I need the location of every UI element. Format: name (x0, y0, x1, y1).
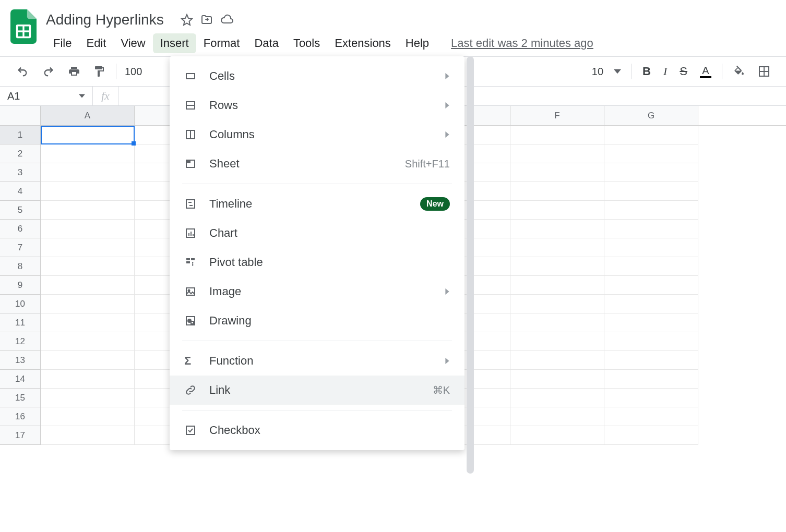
cell[interactable] (510, 276, 604, 295)
text-color-button[interactable]: A (697, 62, 714, 81)
row-header[interactable]: 17 (0, 426, 41, 445)
cell[interactable] (41, 126, 135, 144)
menu-item-pivot-table[interactable]: Pivot table (170, 248, 465, 277)
font-size-dropdown-icon[interactable] (611, 65, 624, 78)
name-box[interactable]: A1 (0, 87, 93, 105)
cell[interactable] (41, 163, 135, 182)
row-header[interactable]: 1 (0, 126, 41, 144)
row-header[interactable]: 4 (0, 182, 41, 201)
cell[interactable] (604, 220, 698, 238)
font-size-value[interactable]: 10 (592, 66, 603, 78)
row-header[interactable]: 2 (0, 144, 41, 163)
cell[interactable] (604, 144, 698, 163)
menu-file[interactable]: File (46, 33, 79, 53)
cell[interactable] (510, 313, 604, 332)
menu-item-link[interactable]: Link ⌘K (170, 376, 465, 405)
menu-help[interactable]: Help (398, 33, 436, 53)
col-header[interactable]: F (510, 106, 604, 125)
menu-item-chart[interactable]: Chart (170, 219, 465, 248)
bold-button[interactable]: B (639, 62, 654, 81)
menu-format[interactable]: Format (196, 33, 247, 53)
menu-extensions[interactable]: Extensions (327, 33, 398, 53)
cell[interactable] (41, 238, 135, 257)
row-header[interactable]: 6 (0, 220, 41, 238)
menu-view[interactable]: View (113, 33, 152, 53)
row-header[interactable]: 8 (0, 257, 41, 276)
cell[interactable] (41, 295, 135, 313)
row-header[interactable]: 13 (0, 351, 41, 370)
cell[interactable] (510, 295, 604, 313)
row-header[interactable]: 10 (0, 295, 41, 313)
last-edit-link[interactable]: Last edit was 2 minutes ago (451, 37, 593, 50)
italic-button[interactable]: I (660, 62, 670, 81)
cell[interactable] (604, 313, 698, 332)
fill-color-button[interactable] (730, 62, 748, 81)
menu-edit[interactable]: Edit (79, 33, 113, 53)
dropdown-scrollbar[interactable] (467, 56, 474, 474)
cell[interactable] (510, 238, 604, 257)
cell[interactable] (41, 276, 135, 295)
strikethrough-button[interactable]: S (676, 62, 690, 81)
menu-item-checkbox[interactable]: Checkbox (170, 416, 465, 445)
select-all-corner[interactable] (0, 106, 41, 125)
row-header[interactable]: 12 (0, 332, 41, 351)
undo-button[interactable] (13, 63, 32, 80)
cell[interactable] (510, 407, 604, 426)
zoom-value[interactable]: 100 (125, 66, 142, 78)
paint-format-button[interactable] (90, 62, 109, 81)
row-header[interactable]: 5 (0, 201, 41, 220)
menu-item-columns[interactable]: Columns (170, 120, 465, 149)
cell[interactable] (41, 257, 135, 276)
cell[interactable] (41, 407, 135, 426)
cell[interactable] (510, 389, 604, 407)
cell[interactable] (604, 426, 698, 445)
name-box-dropdown-icon[interactable] (79, 93, 85, 99)
row-header[interactable]: 16 (0, 407, 41, 426)
col-header[interactable]: A (41, 106, 135, 125)
cell[interactable] (41, 220, 135, 238)
menu-item-image[interactable]: Image (170, 277, 465, 306)
cell[interactable] (510, 182, 604, 201)
doc-title[interactable]: Adding Hyperlinks (46, 11, 164, 28)
cell[interactable] (510, 144, 604, 163)
cell[interactable] (510, 220, 604, 238)
menu-item-sheet[interactable]: Sheet Shift+F11 (170, 149, 465, 178)
cell[interactable] (41, 351, 135, 370)
print-button[interactable] (65, 62, 84, 81)
menu-item-drawing[interactable]: Drawing (170, 306, 465, 335)
borders-button[interactable] (755, 62, 773, 81)
row-header[interactable]: 3 (0, 163, 41, 182)
cell[interactable] (41, 201, 135, 220)
cell[interactable] (604, 351, 698, 370)
row-header[interactable]: 7 (0, 238, 41, 257)
cell[interactable] (604, 295, 698, 313)
menu-data[interactable]: Data (247, 33, 285, 53)
cell[interactable] (41, 389, 135, 407)
menu-tools[interactable]: Tools (286, 33, 327, 53)
cell[interactable] (41, 144, 135, 163)
cell[interactable] (510, 126, 604, 144)
cell[interactable] (604, 370, 698, 389)
redo-button[interactable] (39, 63, 58, 80)
row-header[interactable]: 9 (0, 276, 41, 295)
menu-insert[interactable]: Insert (153, 33, 196, 53)
cell[interactable] (604, 257, 698, 276)
menu-item-rows[interactable]: Rows (170, 91, 465, 120)
cell[interactable] (604, 332, 698, 351)
row-header[interactable]: 14 (0, 370, 41, 389)
cell[interactable] (604, 163, 698, 182)
cell[interactable] (510, 351, 604, 370)
cell[interactable] (41, 313, 135, 332)
cell[interactable] (510, 257, 604, 276)
cell[interactable] (510, 163, 604, 182)
cell[interactable] (604, 407, 698, 426)
cell[interactable] (510, 370, 604, 389)
col-header[interactable]: G (604, 106, 698, 125)
cell[interactable] (510, 201, 604, 220)
row-header[interactable]: 11 (0, 313, 41, 332)
cell[interactable] (604, 201, 698, 220)
cell[interactable] (604, 389, 698, 407)
menu-item-function[interactable]: Σ Function (170, 346, 465, 376)
cell[interactable] (510, 332, 604, 351)
cell[interactable] (41, 182, 135, 201)
